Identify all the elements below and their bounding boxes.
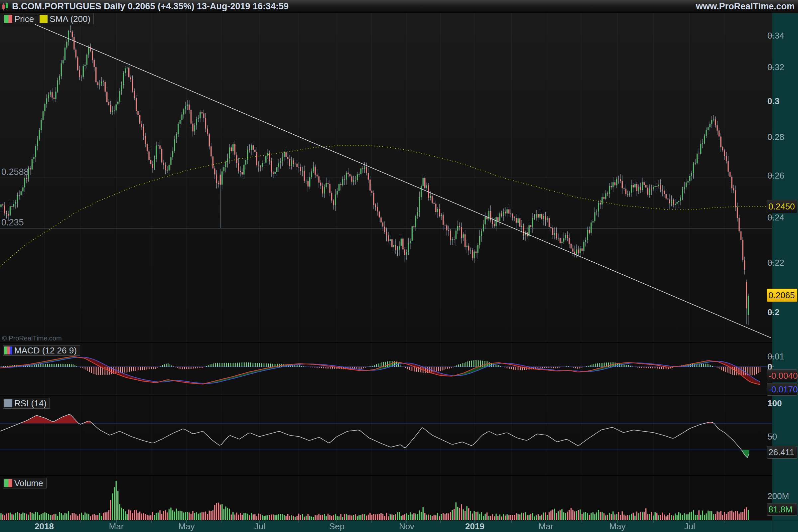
macd-signal-badge: -0.0170	[767, 383, 797, 396]
sma-legend-label: SMA (200)	[50, 14, 91, 24]
x-axis-label: 2018	[35, 521, 54, 532]
sma-legend[interactable]: SMA (200)	[38, 14, 94, 24]
copyright-watermark: © ProRealTime.com	[2, 335, 62, 342]
rsi-legend[interactable]: RSI (14)	[3, 398, 50, 408]
x-axis-label: Jul	[254, 521, 265, 532]
last-price-badge: 0.2065	[767, 289, 797, 302]
volume-legend-label: Volume	[14, 478, 43, 489]
x-axis-label: Mar	[109, 521, 124, 532]
horizontal-level-label: 0.2588	[1, 167, 29, 177]
y-axis-label: 0.01	[767, 351, 797, 362]
y-axis-label: 100	[767, 398, 797, 408]
price-series-icon	[4, 15, 12, 23]
x-axis-label: 2019	[465, 521, 484, 532]
sma-value-badge: 0.2450	[767, 200, 797, 213]
x-axis-label: Jul	[684, 521, 695, 532]
y-axis-label: 0.22	[767, 258, 797, 268]
macd-series-icon	[4, 346, 12, 355]
x-axis-label: May	[178, 521, 194, 532]
volume-legend[interactable]: Volume	[3, 478, 46, 489]
chart-canvas[interactable]	[0, 0, 798, 532]
macd-legend[interactable]: MACD (12 26 9)	[3, 345, 80, 356]
rsi-series-icon	[4, 399, 12, 407]
macd-legend-label: MACD (12 26 9)	[14, 345, 77, 356]
price-legend-row: Price SMA (200)	[3, 14, 94, 24]
volume-legend-row: Volume	[3, 478, 46, 489]
y-axis-label: 0.26	[767, 170, 797, 181]
macd-value-badge: -0.0040	[767, 369, 797, 382]
y-axis-label: 200M	[767, 491, 797, 501]
price-legend-label: Price	[14, 14, 34, 24]
x-axis-label: Sep	[329, 521, 344, 532]
rsi-legend-row: RSI (14)	[3, 398, 50, 408]
volume-series-icon	[4, 479, 12, 487]
rsi-legend-label: RSI (14)	[14, 398, 46, 408]
x-axis-label: May	[609, 521, 625, 532]
price-legend[interactable]: Price	[3, 14, 37, 24]
x-axis-label: Mar	[539, 521, 554, 532]
symbol-title: B.COM.PORTUGUES Daily 0.2065 (+4.35%) 13…	[12, 1, 289, 12]
proraltime-chart-window: B.COM.PORTUGUES Daily 0.2065 (+4.35%) 13…	[0, 0, 798, 532]
y-axis-label: 0.2	[767, 307, 797, 318]
volume-value-badge: 81.8M	[767, 503, 797, 516]
horizontal-level-label: 0.235	[1, 217, 24, 228]
y-axis-label: 0.28	[767, 132, 797, 142]
y-axis-label: 50	[767, 431, 797, 442]
y-axis-label: 0.32	[767, 62, 797, 73]
y-axis-label: 0.24	[767, 212, 797, 223]
y-axis-label: 0.34	[767, 30, 797, 41]
candlestick-icon	[1, 2, 10, 11]
proraltime-branding: www.ProRealTime.com	[696, 1, 795, 12]
macd-legend-row: MACD (12 26 9)	[3, 345, 80, 356]
x-axis-label: Nov	[399, 521, 414, 532]
sma-series-icon	[40, 15, 48, 23]
rsi-value-badge: 26.411	[767, 446, 797, 458]
y-axis-label: 0.3	[767, 96, 797, 107]
title-bar: B.COM.PORTUGUES Daily 0.2065 (+4.35%) 13…	[0, 0, 798, 13]
